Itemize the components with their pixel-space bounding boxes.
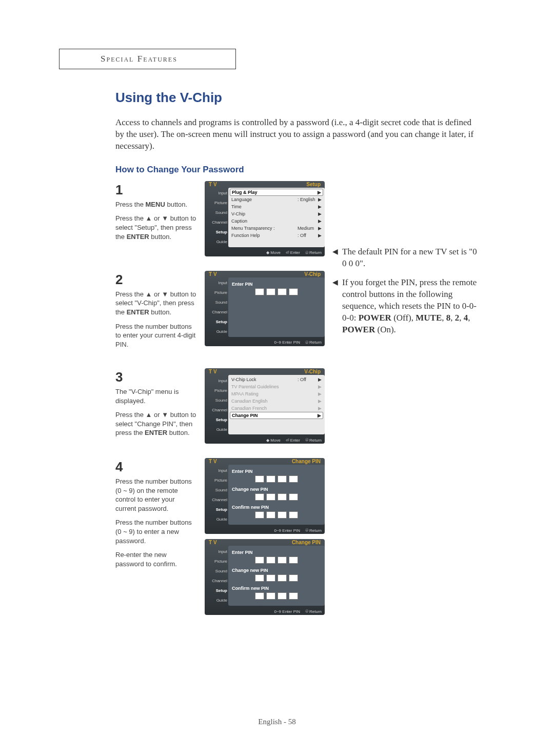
step-1: 1 Press the MENU button. Press the ▲ or … [115, 181, 480, 256]
step-4-text: 4 Press the number buttons (0 ~ 9) on th… [115, 458, 196, 573]
step-number: 4 [115, 458, 196, 476]
note-bullet-icon: ◀ [332, 277, 338, 336]
section-header-text: Special Features [101, 54, 177, 64]
step-2-text: 2 Press the ▲ or ▼ button to select "V-C… [115, 271, 196, 354]
step-3-text: 3 The "V-Chip" menu is displayed. Press … [115, 368, 196, 443]
osd-setup: T VSetup Input Picture Sound Channel Set… [205, 181, 325, 256]
section-header: Special Features [59, 49, 236, 69]
note-2: If you forget the PIN, press the remote … [342, 277, 481, 336]
step-number: 2 [115, 271, 196, 289]
step-number: 1 [115, 181, 196, 199]
note-1: The default PIN for a new TV set is "0 0… [342, 246, 481, 270]
subsection-title: How to Change Your Password [115, 165, 480, 175]
step-1-text: 1 Press the MENU button. Press the ▲ or … [115, 181, 196, 246]
osd-change-pin-a: T VChange PIN Input Picture Sound Channe… [205, 458, 325, 534]
intro-text: Access to channels and programs is contr… [115, 117, 480, 152]
note-bullet-icon: ◀ [332, 246, 338, 270]
step-number: 3 [115, 368, 196, 386]
osd-panel: Plug & Play▶ Language: English▶ Time▶ V-… [228, 188, 325, 247]
content-area: Using the V-Chip Access to channels and … [115, 90, 480, 629]
osd-change-pin-b: T VChange PIN Input Picture Sound Channe… [205, 539, 325, 615]
osd-enter-pin: T VV-Chip Input Picture Sound Channel Se… [205, 271, 325, 346]
osd-side-tabs: Input Picture Sound Channel Setup Guide [205, 188, 228, 247]
page-footer: English - 58 [0, 718, 554, 726]
osd-vchip-menu: T VV-Chip Input Picture Sound Channel Se… [205, 368, 325, 444]
step-3: 3 The "V-Chip" menu is displayed. Press … [115, 368, 480, 444]
side-notes: ◀ The default PIN for a new TV set is "0… [332, 246, 481, 343]
page-title: Using the V-Chip [115, 90, 480, 106]
step-4: 4 Press the number buttons (0 ~ 9) on th… [115, 458, 480, 615]
